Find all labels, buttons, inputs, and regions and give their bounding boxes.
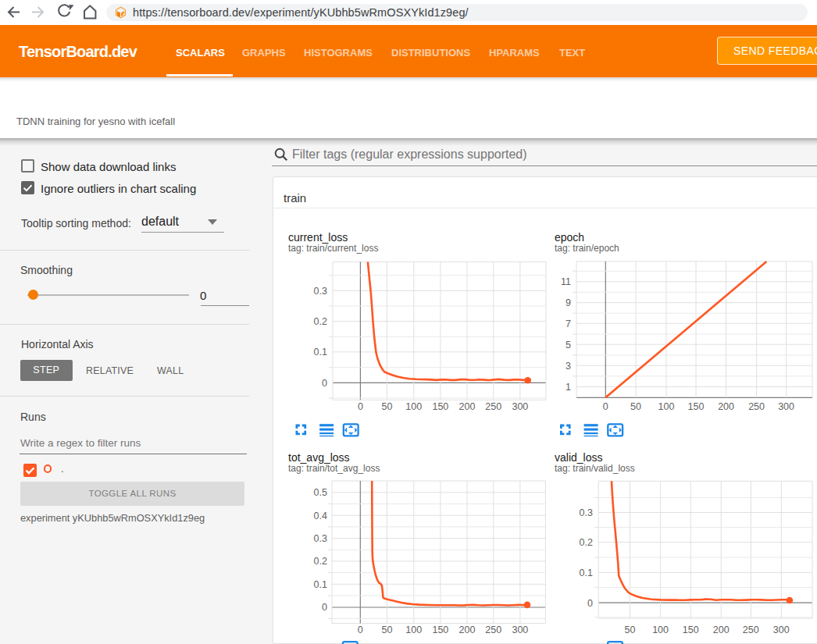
svg-text:0: 0 [358, 624, 363, 635]
svg-text:50: 50 [381, 401, 392, 412]
svg-text:11: 11 [561, 276, 571, 287]
svg-text:100: 100 [652, 624, 669, 635]
svg-text:0: 0 [603, 401, 608, 412]
svg-text:3: 3 [565, 361, 571, 372]
svg-text:0: 0 [358, 401, 363, 412]
svg-text:0: 0 [322, 378, 327, 389]
svg-text:0.4: 0.4 [314, 511, 327, 521]
svg-text:0.2: 0.2 [580, 537, 593, 548]
svg-text:200: 200 [459, 624, 476, 635]
svg-text:0.1: 0.1 [580, 568, 593, 578]
svg-text:150: 150 [432, 401, 448, 412]
svg-text:100: 100 [405, 624, 422, 635]
svg-text:0.1: 0.1 [314, 347, 327, 358]
svg-text:100: 100 [658, 401, 675, 412]
svg-text:250: 250 [485, 401, 501, 412]
svg-text:50: 50 [381, 624, 392, 635]
svg-text:150: 150 [688, 401, 705, 412]
svg-text:0.2: 0.2 [314, 316, 327, 327]
svg-text:0: 0 [322, 602, 327, 613]
svg-text:250: 250 [748, 401, 765, 412]
svg-text:50: 50 [630, 401, 641, 412]
svg-text:0.3: 0.3 [314, 286, 327, 297]
svg-text:5: 5 [565, 340, 571, 350]
svg-text:200: 200 [718, 401, 734, 412]
svg-text:0.2: 0.2 [314, 556, 327, 567]
svg-text:300: 300 [512, 401, 528, 412]
svg-text:50: 50 [625, 624, 636, 635]
svg-text:100: 100 [405, 401, 422, 412]
svg-text:150: 150 [683, 624, 699, 635]
svg-text:0.5: 0.5 [314, 487, 327, 498]
svg-text:9: 9 [565, 297, 571, 308]
svg-text:150: 150 [432, 624, 448, 635]
svg-text:0.3: 0.3 [580, 507, 593, 518]
svg-text:0: 0 [587, 598, 593, 609]
svg-text:250: 250 [743, 624, 759, 635]
svg-text:7: 7 [565, 318, 571, 329]
svg-text:200: 200 [713, 624, 730, 635]
svg-text:300: 300 [773, 624, 790, 635]
svg-text:300: 300 [512, 624, 528, 635]
svg-text:200: 200 [459, 401, 476, 412]
svg-text:300: 300 [778, 401, 794, 412]
svg-text:250: 250 [485, 624, 501, 635]
svg-text:0.3: 0.3 [314, 533, 327, 544]
svg-text:0.1: 0.1 [314, 579, 327, 590]
svg-text:1: 1 [565, 382, 571, 393]
